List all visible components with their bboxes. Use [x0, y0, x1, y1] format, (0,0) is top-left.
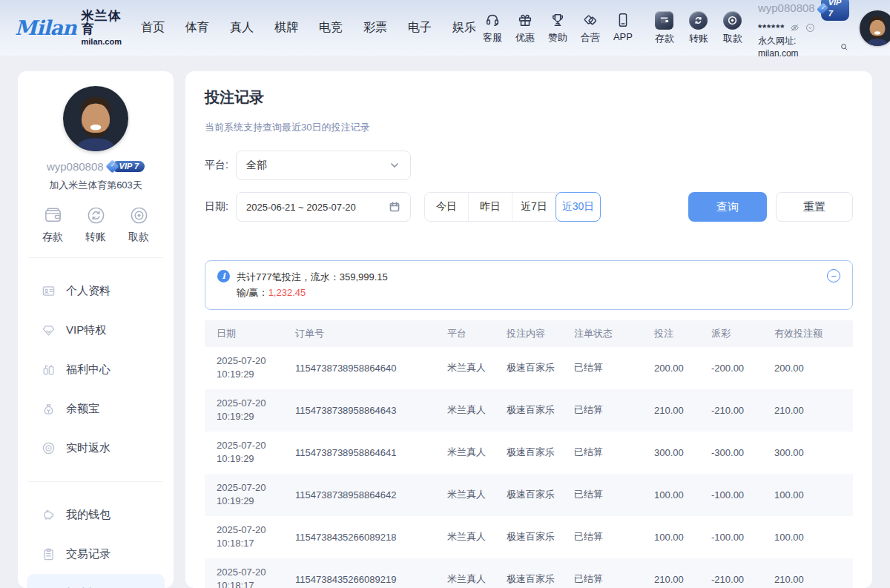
col-header-date: 日期	[205, 327, 295, 340]
table-row: 2025-07-2010:19:29 1154738738958864641 米…	[205, 432, 853, 474]
deposit-wallet-icon	[655, 11, 673, 30]
sidebar-item-vip[interactable]: VIP特权	[18, 311, 174, 350]
sidebar-transfer-label: 转账	[85, 231, 106, 244]
summary-line2: 输/赢：1,232.45	[237, 285, 388, 300]
order-number: 1154738738958864643	[295, 405, 447, 416]
sidebar-item-wallet[interactable]: 我的钱包	[18, 495, 174, 535]
sidebar-withdraw-label: 取款	[128, 231, 149, 244]
refresh-circle-icon[interactable]	[805, 22, 816, 33]
page-content: wyp080808 VIP 7 加入米兰体育第603天 存款 转账 取款	[0, 56, 890, 588]
sidebar-menu-bottom: 我的钱包 交易记录 投注记录	[18, 495, 174, 588]
magnifier-icon[interactable]	[840, 42, 849, 52]
sidebar-username: wyp080808	[47, 160, 104, 173]
header-username[interactable]: wyp080808	[758, 1, 815, 16]
withdraw-label: 取款	[723, 32, 742, 45]
sidebar-divider	[28, 257, 163, 258]
bet-records-panel: 投注记录 当前系统支持查询最近30日的投注记录 平台: 全部 日期: 2025-…	[185, 71, 872, 588]
app-download-label: APP	[613, 31, 633, 42]
col-header-valid: 有效投注额	[774, 327, 853, 340]
mobile-phone-icon	[615, 12, 631, 28]
brand-name-cn: 米兰体育	[82, 10, 122, 37]
sidebar-deposit-button[interactable]: 存款	[42, 205, 63, 244]
status-badge: 已结算	[574, 361, 654, 374]
rebate-icon	[42, 441, 56, 455]
sidebar-item-welfare[interactable]: 福利中心	[18, 350, 174, 389]
table-row: 2025-07-2010:18:17 1154738435266089218 米…	[205, 516, 853, 558]
order-number: 1154738738958864642	[295, 489, 447, 501]
bet-records-table: 日期 订单号 平台 投注内容 注单状态 投注 派彩 有效投注额 2025-07-…	[205, 320, 853, 588]
gift-icon	[517, 12, 533, 28]
sidebar-quick-actions: 存款 转账 取款	[18, 205, 174, 244]
sidebar-item-bet-records[interactable]: 投注记录	[27, 574, 165, 588]
col-header-status: 注单状态	[574, 327, 654, 340]
nav-esports[interactable]: 电竞	[319, 20, 343, 36]
range-7days-button[interactable]: 近7日	[512, 193, 556, 221]
table-row: 2025-07-2010:18:17 1154738435266089219 米…	[205, 558, 853, 588]
calendar-icon	[389, 201, 400, 213]
eye-off-icon[interactable]	[789, 22, 800, 33]
status-badge: 已结算	[574, 403, 654, 417]
trophy-icon	[550, 12, 566, 28]
collapse-summary-icon[interactable]: −	[827, 269, 840, 283]
order-number: 1154738435266089219	[295, 574, 447, 585]
status-badge: 已结算	[574, 530, 654, 544]
transfer-button[interactable]: 转账	[684, 11, 713, 45]
brand-logo[interactable]: Milan 米兰体育 milan.com	[15, 10, 122, 46]
platform-select[interactable]: 全部	[236, 151, 411, 180]
nav-entertainment[interactable]: 娱乐	[452, 20, 476, 36]
sidebar-item-transactions[interactable]: 交易记录	[18, 535, 174, 574]
nav-home[interactable]: 首页	[141, 20, 165, 36]
nav-sports[interactable]: 体育	[185, 20, 209, 36]
clipboard-icon	[42, 547, 56, 561]
header-user-block: wyp080808 VIP 7 ****** 永久网址: milan.com	[758, 0, 849, 59]
withdraw-button[interactable]: 取款	[718, 11, 748, 45]
range-today-button[interactable]: 今日	[425, 193, 469, 221]
search-button[interactable]: 查询	[688, 192, 767, 222]
sidebar-withdraw-button[interactable]: 取款	[128, 205, 149, 244]
sidebar-menu-top: 个人资料 VIP特权 福利中心 余额宝 实时返水	[18, 271, 174, 468]
customer-service-button[interactable]: 客服	[476, 12, 509, 44]
range-yesterday-button[interactable]: 昨日	[469, 193, 512, 221]
col-header-content: 投注内容	[507, 327, 574, 340]
main-nav: 首页 体育 真人 棋牌 电竞 彩票 电子 娱乐	[141, 20, 476, 36]
filter-action-buttons: 查询 重置	[688, 192, 853, 222]
sidebar-item-profile[interactable]: 个人资料	[18, 271, 174, 311]
date-label: 日期:	[205, 200, 236, 214]
customer-service-label: 客服	[483, 31, 502, 44]
range-30days-button[interactable]: 近30日	[556, 192, 601, 222]
nav-cards[interactable]: 棋牌	[274, 20, 298, 36]
sidebar-transfer-button[interactable]: 转账	[85, 205, 106, 244]
table-header-row: 日期 订单号 平台 投注内容 注单状态 投注 派彩 有效投注额	[205, 320, 853, 347]
vip-badge[interactable]: VIP 7	[819, 0, 849, 21]
sidebar-vip-badge[interactable]: VIP 7	[108, 161, 145, 172]
summary-banner: i 共计777笔投注，流水：359,999.15 输/赢：1,232.45 −	[205, 260, 853, 310]
avatar-image	[63, 86, 128, 151]
date-range-input[interactable]: 2025-06-21 ~ 2025-07-20	[236, 192, 411, 222]
header-avatar[interactable]	[860, 10, 890, 46]
sidebar-item-yuebao[interactable]: 余额宝	[18, 389, 174, 429]
status-badge: 已结算	[574, 572, 654, 586]
withdraw-circle-icon	[129, 205, 149, 225]
nav-live[interactable]: 真人	[230, 20, 254, 36]
wallet-outline-icon	[43, 205, 63, 225]
app-download-button[interactable]: APP	[607, 12, 639, 44]
sidebar-item-rebate[interactable]: 实时返水	[18, 429, 174, 468]
perm-url-label: 永久网址: milan.com	[758, 35, 837, 59]
col-header-bet: 投注	[654, 327, 711, 340]
deposit-button[interactable]: 存款	[650, 11, 679, 45]
page-title: 投注记录	[205, 87, 853, 108]
withdraw-coin-icon	[723, 11, 742, 30]
partnership-button[interactable]: 合营	[574, 12, 607, 44]
sponsor-button[interactable]: 赞助	[541, 12, 574, 44]
promotions-button[interactable]: 优惠	[509, 12, 541, 44]
nav-lottery[interactable]: 彩票	[363, 20, 387, 36]
sidebar-deposit-label: 存款	[42, 231, 63, 244]
reset-button[interactable]: 重置	[776, 192, 853, 222]
order-number: 1154738435266089218	[295, 532, 447, 543]
table-row: 2025-07-2010:19:29 1154738738958864643 米…	[205, 389, 853, 432]
sidebar-avatar[interactable]	[63, 86, 128, 151]
nav-slots[interactable]: 电子	[408, 20, 432, 36]
promotions-label: 优惠	[515, 31, 535, 44]
table-row: 2025-07-2010:19:29 1154738738958864642 米…	[205, 474, 853, 516]
status-badge: 已结算	[574, 488, 654, 501]
